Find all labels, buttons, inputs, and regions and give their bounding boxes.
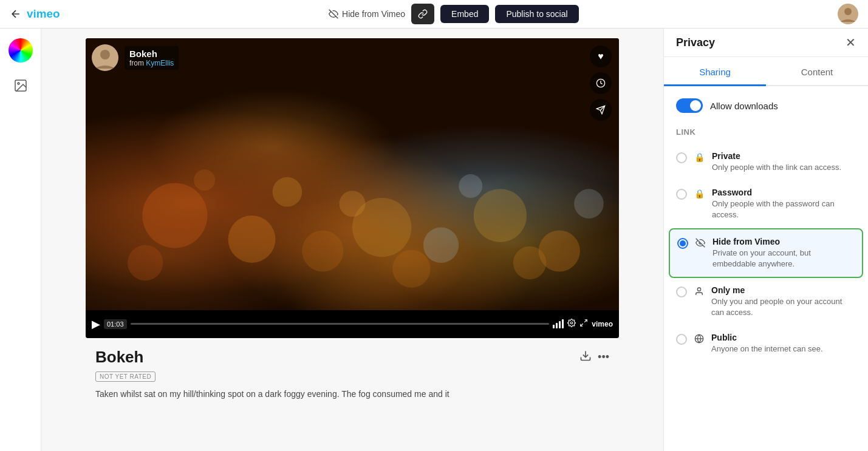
svg-point-20 [392, 250, 430, 288]
person-icon [694, 287, 704, 298]
video-share-button[interactable] [590, 99, 612, 121]
video-meta: Bokeh from KymEllis [92, 44, 179, 71]
video-watchlater-button[interactable] [590, 72, 612, 94]
sidebar-icon-image[interactable] [7, 72, 34, 99]
svg-point-3 [844, 8, 852, 15]
video-controls: ▶ 01:03 [86, 314, 619, 338]
download-button[interactable] [579, 350, 592, 365]
svg-point-14 [128, 245, 163, 280]
panel-header: Privacy ✕ [664, 29, 868, 57]
svg-point-26 [571, 322, 573, 325]
video-info-section: Bokeh ••• NOT YET RATED Taken whilst sat… [86, 338, 619, 405]
nav-center: Hide from Vimeo Embed Publish to social [329, 4, 579, 24]
fullscreen-button[interactable] [579, 319, 588, 329]
option-password[interactable]: 🔒 Password Only people with the password… [676, 180, 856, 228]
svg-point-13 [574, 189, 604, 219]
play-button[interactable]: ▶ [92, 317, 100, 331]
embed-button[interactable]: Embed [440, 5, 489, 23]
radio-hide-from-vimeo[interactable] [677, 238, 688, 249]
svg-point-10 [423, 228, 459, 263]
radio-password[interactable] [676, 189, 687, 200]
video-title-overlay: Bokeh from KymEllis [125, 46, 179, 70]
radio-only-me[interactable] [676, 287, 687, 297]
vimeo-watermark: vimeo [592, 320, 613, 328]
svg-point-31 [697, 288, 700, 291]
right-panel: Privacy ✕ Sharing Content Allow download… [663, 29, 868, 451]
radio-public[interactable] [676, 334, 687, 345]
option-public-text: Public Anyone on the internet can see. [711, 333, 856, 354]
video-like-button[interactable]: ♥ [590, 46, 612, 67]
hide-from-vimeo-label: Hide from Vimeo [342, 9, 405, 19]
svg-line-27 [584, 320, 587, 322]
video-duration: 01:03 [104, 319, 127, 329]
nav-left: vimeo [10, 7, 70, 21]
svg-text:vimeo: vimeo [27, 7, 60, 20]
radio-private[interactable] [676, 152, 687, 163]
main-layout: Bokeh from KymEllis ♥ [0, 29, 868, 451]
tab-sharing[interactable]: Sharing [664, 57, 766, 86]
not-rated-badge: NOT YET RATED [95, 371, 155, 382]
panel-tabs: Sharing Content [664, 57, 868, 86]
video-title-row: Bokeh ••• [95, 348, 609, 367]
eye-off-icon [695, 238, 705, 249]
user-avatar[interactable] [838, 4, 858, 24]
video-from-text: from KymEllis [129, 59, 174, 67]
video-action-buttons: ♥ [590, 46, 612, 121]
lock-icon-password: 🔒 [694, 189, 705, 198]
allow-downloads-toggle[interactable] [676, 98, 703, 113]
sidebar-icon-color[interactable] [9, 38, 33, 63]
svg-point-19 [194, 169, 215, 191]
video-title-actions: ••• [579, 350, 609, 365]
back-button[interactable] [10, 8, 22, 20]
video-wrapper: Bokeh from KymEllis ♥ [76, 29, 629, 405]
option-only-me[interactable]: Only me Only you and people on your acco… [676, 278, 856, 325]
vimeo-logo: vimeo [27, 7, 70, 21]
svg-line-28 [581, 324, 583, 327]
panel-content: Allow downloads Link 🔒 Private Only peop… [664, 86, 868, 451]
svg-point-16 [459, 174, 482, 198]
video-description: Taken whilst sat on my hill/thinking spo… [95, 388, 609, 401]
link-section: Link 🔒 Private Only people with the link… [676, 127, 856, 362]
video-uploader-avatar [92, 44, 118, 71]
svg-point-7 [228, 215, 276, 263]
option-only-me-text: Only me Only you and people on your acco… [711, 285, 856, 318]
allow-downloads-row: Allow downloads [676, 98, 856, 113]
svg-point-8 [302, 230, 343, 271]
option-hide-text: Hide from Vimeo Private on your account,… [713, 237, 855, 270]
svg-point-18 [340, 191, 366, 217]
svg-point-11 [474, 189, 527, 242]
volume-indicator [553, 319, 564, 328]
video-player[interactable]: Bokeh from KymEllis ♥ [86, 38, 619, 338]
content-area: Bokeh from KymEllis ♥ [41, 29, 663, 451]
svg-point-6 [142, 183, 207, 248]
svg-point-17 [513, 246, 547, 280]
tab-content[interactable]: Content [766, 57, 868, 86]
link-icon-button[interactable] [411, 4, 434, 24]
svg-point-22 [100, 50, 110, 59]
option-hide-from-vimeo[interactable]: Hide from Vimeo Private on your account,… [669, 228, 863, 278]
option-private[interactable]: 🔒 Private Only people with the link can … [676, 144, 856, 180]
lock-icon-private: 🔒 [694, 152, 705, 162]
top-navigation: vimeo Hide from Vimeo Embed Publish to s… [0, 0, 868, 29]
option-private-text: Private Only people with the link can ac… [712, 151, 856, 173]
left-sidebar [0, 29, 41, 451]
globe-icon [694, 334, 704, 345]
link-section-label: Link [676, 127, 856, 137]
allow-downloads-label: Allow downloads [710, 101, 778, 111]
panel-title: Privacy [676, 36, 715, 49]
progress-bar[interactable] [131, 323, 550, 325]
hide-from-vimeo-button[interactable]: Hide from Vimeo [329, 9, 405, 19]
option-public[interactable]: Public Anyone on the internet can see. [676, 325, 856, 362]
svg-point-15 [273, 177, 302, 207]
toggle-slider [676, 98, 703, 113]
more-options-button[interactable]: ••• [598, 350, 609, 365]
option-password-text: Password Only people with the password c… [712, 188, 856, 220]
close-panel-button[interactable]: ✕ [846, 35, 856, 50]
publish-to-social-button[interactable]: Publish to social [495, 5, 578, 23]
settings-button[interactable] [567, 319, 576, 329]
svg-point-5 [18, 83, 19, 84]
